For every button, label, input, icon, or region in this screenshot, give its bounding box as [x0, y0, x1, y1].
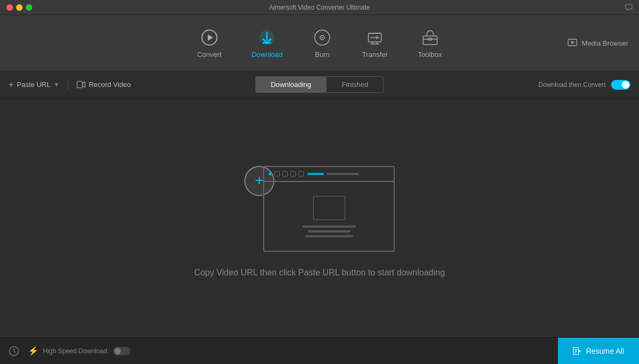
nav-item-transfer[interactable]: Transfer	[347, 23, 403, 64]
transfer-icon	[365, 28, 384, 47]
bottombar-left: ⚡ High Speed Download:	[9, 346, 130, 356]
nav-items: Convert Download	[182, 23, 457, 64]
divider	[68, 79, 68, 90]
close-button[interactable]	[6, 4, 13, 11]
lightning-icon: ⚡	[28, 346, 39, 356]
maximize-button[interactable]	[26, 4, 32, 11]
browser-body	[264, 182, 394, 251]
resume-all-button[interactable]: Resume All	[558, 338, 639, 364]
plus-icon: +	[9, 80, 13, 90]
browser-line-2	[308, 230, 351, 232]
transfer-label: Transfer	[362, 50, 388, 59]
subbar: + Paste URL ▼ Record Video Downloading F…	[0, 71, 639, 98]
media-browser-button[interactable]: Media Browser	[568, 39, 628, 47]
burn-label: Burn	[315, 50, 330, 59]
nav-item-burn[interactable]: Burn	[297, 23, 347, 64]
high-speed-label: High Speed Download:	[43, 347, 109, 355]
download-convert-toggle[interactable]	[611, 80, 630, 90]
browser-line-3	[305, 235, 353, 237]
toggle-small-knob	[114, 348, 121, 354]
subbar-left: + Paste URL ▼ Record Video	[9, 79, 131, 90]
empty-state-illustration: +	[244, 158, 395, 252]
media-browser-label: Media Browser	[582, 39, 628, 47]
browser-illustration	[263, 166, 395, 252]
svg-rect-20	[77, 82, 83, 88]
browser-line-1	[302, 225, 356, 228]
bottombar: ⚡ High Speed Download: Resume All	[0, 337, 639, 364]
main-content: + Copy Video URL then c	[0, 98, 639, 337]
high-speed-section: ⚡ High Speed Download:	[28, 346, 130, 356]
convert-label: Convert	[197, 50, 222, 59]
convert-icon	[200, 28, 219, 47]
browser-progress-gray	[326, 173, 359, 175]
nav-item-convert[interactable]: Convert	[182, 23, 237, 64]
toolbox-icon	[420, 28, 440, 47]
browser-dot-3	[282, 171, 288, 177]
toolbar: Convert Download	[0, 15, 639, 71]
browser-dot-4	[291, 171, 296, 177]
titlebar: Aimersoft Video Converter Ultimate	[0, 0, 639, 15]
download-convert-label: Download then Convert	[539, 81, 606, 89]
resume-all-label: Resume All	[586, 347, 624, 355]
hint-text: Copy Video URL then click Paste URL butt…	[194, 268, 445, 278]
download-icon	[257, 28, 277, 47]
subbar-right: Download then Convert	[539, 80, 630, 90]
record-video-label: Record Video	[89, 81, 131, 89]
browser-dot-1	[268, 172, 272, 176]
app-title: Aimersoft Video Converter Ultimate	[269, 4, 370, 11]
browser-topbar	[264, 167, 394, 182]
chat-icon[interactable]	[625, 4, 633, 11]
clock-icon[interactable]	[9, 346, 19, 356]
browser-dot-2	[274, 171, 280, 177]
svg-marker-2	[208, 34, 213, 41]
svg-marker-19	[571, 41, 575, 44]
tab-downloading[interactable]: Downloading	[255, 76, 326, 93]
browser-lines	[302, 225, 356, 237]
browser-progress-bar	[308, 173, 324, 175]
browser-dot-5	[299, 171, 304, 177]
tabs-container: Downloading Finished	[255, 76, 383, 93]
plus-symbol: +	[255, 173, 264, 188]
browser-img-placeholder	[313, 196, 345, 220]
svg-rect-0	[626, 4, 632, 9]
nav-item-download[interactable]: Download	[236, 23, 297, 64]
record-video-button[interactable]: Record Video	[77, 81, 131, 89]
burn-icon	[313, 28, 332, 47]
tab-finished[interactable]: Finished	[326, 76, 384, 93]
toolbox-label: Toolbox	[418, 50, 442, 59]
minimize-button[interactable]	[16, 4, 23, 11]
download-label: Download	[251, 50, 282, 59]
svg-line-23	[14, 351, 16, 353]
high-speed-toggle[interactable]	[113, 347, 130, 355]
dropdown-arrow-icon: ▼	[54, 82, 59, 88]
toggle-knob	[622, 81, 629, 89]
paste-url-button[interactable]: + Paste URL ▼	[9, 80, 59, 90]
window-controls	[6, 4, 32, 11]
paste-url-label: Paste URL	[17, 81, 50, 89]
nav-item-toolbox[interactable]: Toolbox	[403, 23, 457, 64]
svg-point-8	[322, 37, 323, 38]
